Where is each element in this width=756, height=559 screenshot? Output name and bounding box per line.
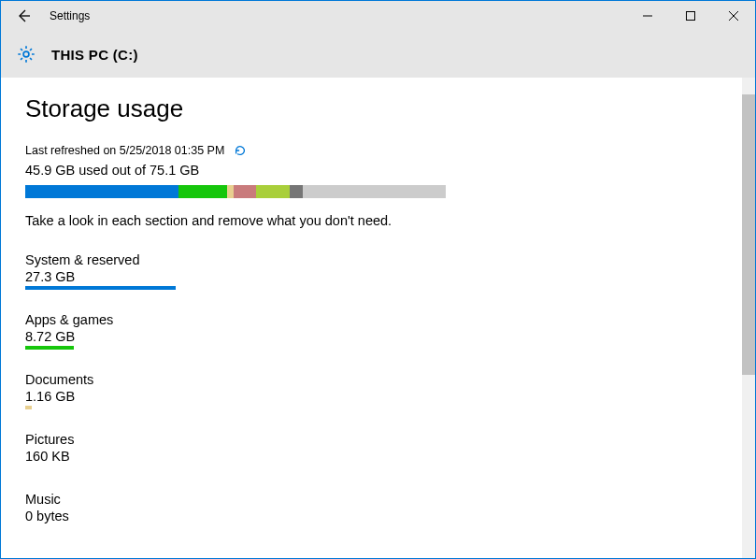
gear-icon (16, 44, 36, 64)
category-item[interactable]: System & reserved27.3 GB (25, 252, 718, 290)
category-name: Music (25, 492, 718, 507)
app-title: Settings (50, 9, 90, 22)
usage-segment-other2 (290, 185, 303, 198)
category-bar-track (25, 286, 446, 290)
refresh-icon (234, 144, 247, 157)
svg-rect-0 (687, 12, 695, 21)
close-button[interactable] (712, 1, 755, 31)
last-refreshed-label: Last refreshed on 5/25/2018 01:35 PM (25, 144, 224, 157)
maximize-button[interactable] (669, 1, 712, 31)
drive-title: THIS PC (C:) (51, 47, 138, 63)
category-name: Pictures (25, 432, 718, 447)
category-size: 27.3 GB (25, 269, 718, 284)
refresh-row: Last refreshed on 5/25/2018 01:35 PM (25, 144, 718, 157)
category-size: 0 bytes (25, 509, 718, 523)
usage-segment-other1 (256, 185, 290, 198)
minimize-button[interactable] (626, 1, 669, 31)
category-name: System & reserved (25, 252, 718, 267)
category-bar-fill (25, 346, 74, 350)
used-summary: 45.9 GB used out of 75.1 GB (25, 163, 718, 178)
usage-segment-system (25, 185, 178, 198)
category-name: Apps & games (25, 312, 718, 327)
scrollbar-thumb[interactable] (742, 94, 755, 375)
usage-segment-documents (227, 185, 234, 198)
usage-segment-apps (178, 185, 227, 198)
category-item[interactable]: Documents1.16 GB (25, 372, 718, 409)
scrollbar-track[interactable] (742, 78, 755, 558)
maximize-icon (686, 11, 695, 21)
category-bar-track (25, 466, 446, 469)
category-item[interactable]: Pictures160 KB (25, 432, 718, 469)
category-size: 8.72 GB (25, 329, 718, 344)
category-size: 1.16 GB (25, 389, 718, 404)
arrow-left-icon (16, 8, 31, 23)
usage-bar (25, 185, 446, 198)
category-bar-fill (25, 406, 32, 409)
scroll-area: Storage usage Last refreshed on 5/25/201… (1, 78, 742, 558)
category-item[interactable]: Music0 bytes (25, 492, 718, 529)
titlebar: Settings (1, 1, 755, 31)
category-name: Documents (25, 372, 718, 387)
minimize-icon (643, 11, 652, 21)
settings-window: Settings THIS PC (C:) Storage usage Last… (0, 0, 756, 559)
hint-text: Take a look in each section and remove w… (25, 213, 718, 228)
svg-point-1 (23, 51, 29, 57)
usage-segment-temp (234, 185, 257, 198)
page-header: THIS PC (C:) (1, 31, 755, 78)
back-button[interactable] (1, 1, 46, 31)
window-controls (626, 1, 755, 31)
page-title: Storage usage (25, 94, 718, 123)
category-size: 160 KB (25, 449, 718, 464)
category-list: System & reserved27.3 GBApps & games8.72… (25, 252, 718, 529)
category-bar-track (25, 346, 446, 350)
close-icon (729, 11, 738, 21)
category-bar-track (25, 406, 446, 409)
category-bar-fill (25, 286, 176, 290)
category-bar-track (25, 525, 446, 529)
refresh-button[interactable] (234, 144, 247, 157)
content-body: Storage usage Last refreshed on 5/25/201… (1, 78, 755, 558)
category-item[interactable]: Apps & games8.72 GB (25, 312, 718, 350)
